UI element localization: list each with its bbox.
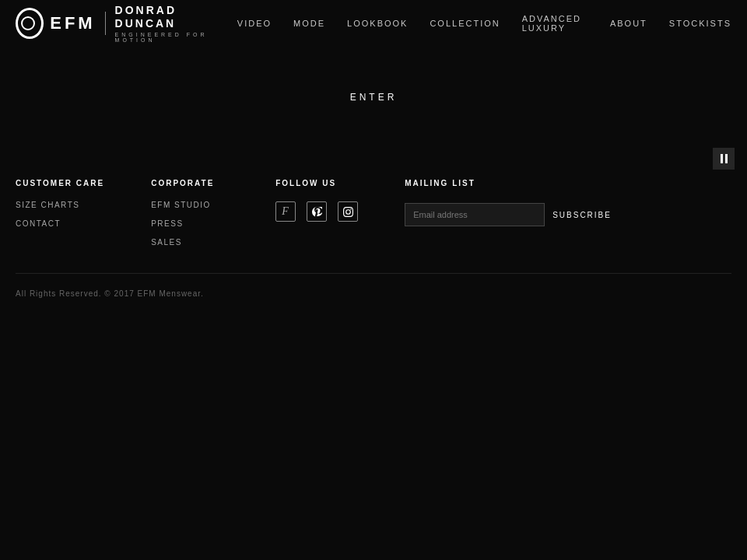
- main-nav: VIDEO MODE LOOKBOOK COLLECTION ADVANCED …: [237, 14, 731, 33]
- footer-link-size-charts[interactable]: SIZE CHARTS: [16, 198, 104, 212]
- nav-collection[interactable]: COLLECTION: [430, 19, 500, 28]
- footer-col-title-follow-us: FOLLOW US: [275, 179, 358, 187]
- logo-brand: DONRAD DUNCAN ENGINEERED FOR MOTION: [115, 4, 237, 43]
- instagram-icon[interactable]: [338, 201, 358, 222]
- footer-link-sales[interactable]: SALES: [151, 236, 229, 250]
- copyright-text: All Rights Reserved. © 2017 EFM Menswear…: [16, 289, 731, 298]
- pause-icon: [721, 154, 728, 163]
- facebook-icon[interactable]: f: [275, 201, 296, 222]
- nav-video[interactable]: VIDEO: [237, 19, 272, 28]
- footer-columns: CUSTOMER CARE SIZE CHARTS CONTACT CORPOR…: [16, 171, 731, 250]
- footer-bottom: All Rights Reserved. © 2017 EFM Menswear…: [16, 273, 731, 298]
- subscribe-button[interactable]: SUBSCRIBE: [552, 211, 612, 219]
- logo-circle-icon: [16, 8, 44, 39]
- footer-col-corporate: CORPORATE EFM STUDIO PRESS SALES: [151, 179, 229, 250]
- footer-col-title-customer-care: CUSTOMER CARE: [16, 179, 104, 187]
- logo-efm: EFM: [50, 13, 95, 33]
- pause-button[interactable]: [713, 148, 735, 170]
- enter-button[interactable]: ENTER: [350, 92, 398, 103]
- header: EFM DONRAD DUNCAN ENGINEERED FOR MOTION …: [0, 0, 747, 47]
- footer-link-press[interactable]: PRESS: [151, 217, 229, 231]
- nav-about[interactable]: ABOUT: [610, 19, 647, 28]
- footer-col-mailing-list: MAILING LIST SUBSCRIBE: [405, 179, 612, 250]
- logo-brand-name: DONRAD DUNCAN: [115, 4, 237, 30]
- nav-mode[interactable]: MODE: [293, 19, 325, 28]
- nav-stockists[interactable]: STOCKISTS: [669, 19, 731, 28]
- email-subscribe-row: SUBSCRIBE: [405, 203, 612, 226]
- footer-link-efm-studio[interactable]: EFM STUDIO: [151, 198, 229, 212]
- nav-lookbook[interactable]: LOOKBOOK: [347, 19, 408, 28]
- main-content: ENTER: [0, 47, 747, 148]
- email-input[interactable]: [405, 203, 545, 226]
- logo-divider: [105, 12, 106, 35]
- logo-brand-sub: ENGINEERED FOR MOTION: [115, 32, 237, 43]
- social-icons: f: [275, 201, 358, 222]
- nav-advanced-luxury[interactable]: ADVANCED LUXURY: [522, 14, 588, 33]
- footer-col-customer-care: CUSTOMER CARE SIZE CHARTS CONTACT: [16, 179, 104, 250]
- footer-col-title-mailing-list: MAILING LIST: [405, 179, 612, 187]
- footer-col-follow-us: FOLLOW US f: [275, 179, 358, 250]
- footer-link-contact[interactable]: CONTACT: [16, 217, 104, 231]
- footer: CUSTOMER CARE SIZE CHARTS CONTACT CORPOR…: [0, 156, 747, 313]
- footer-col-title-corporate: CORPORATE: [151, 179, 229, 187]
- pinterest-icon[interactable]: [307, 201, 327, 222]
- logo-area: EFM DONRAD DUNCAN ENGINEERED FOR MOTION: [16, 4, 237, 43]
